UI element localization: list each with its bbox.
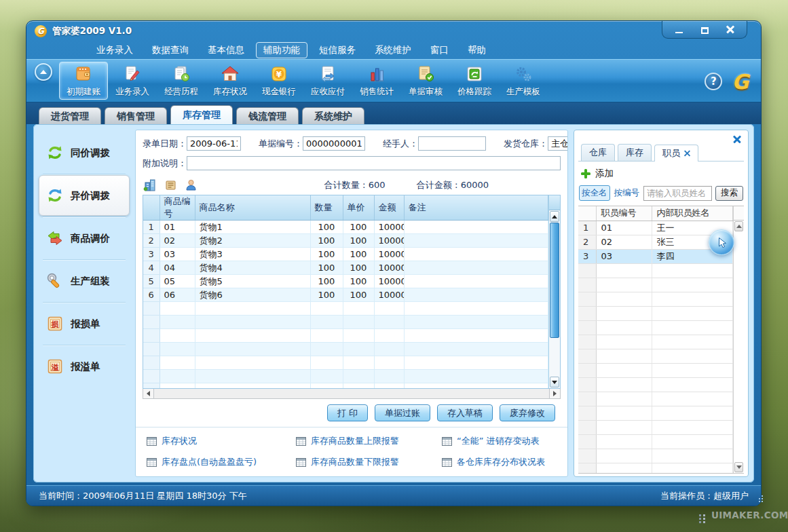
resize-grip[interactable] xyxy=(756,501,757,502)
doc-number-input[interactable] xyxy=(303,136,365,151)
table-row[interactable]: 2 02 货物2 100 100 10000 xyxy=(143,234,548,248)
employee-row-empty xyxy=(578,363,733,377)
panel-close-icon[interactable] xyxy=(733,135,741,143)
filter-by-code-button[interactable]: 按编号 xyxy=(614,186,641,200)
tab-system-maintenance[interactable]: 系统维护 xyxy=(302,107,364,124)
warehouse-input[interactable] xyxy=(548,136,568,151)
menu-item-sms-service[interactable]: 短信服务 xyxy=(312,42,363,58)
menu-item-basic-info[interactable]: 基本信息 xyxy=(200,42,252,58)
help-icon[interactable]: ? xyxy=(705,73,722,90)
link-lower-limit-alert[interactable]: 库存商品数量下限报警 xyxy=(296,456,442,468)
goods-box-icon[interactable] xyxy=(164,178,177,191)
table-row[interactable]: 1 01 货物1 100 100 10000 xyxy=(143,221,548,234)
sidebar-item-same-price-transfer[interactable]: 同价调拨 xyxy=(39,132,130,173)
toolbar-item-business-history[interactable]: 经营历程 xyxy=(157,62,206,100)
col-header-code[interactable]: 商品编号 xyxy=(160,195,195,221)
menu-item-business-entry[interactable]: 业务录入 xyxy=(89,42,140,58)
menu-item-aux-functions[interactable]: 辅助功能 xyxy=(256,42,307,58)
scrollbar-track[interactable] xyxy=(549,338,560,376)
col-header-qty[interactable]: 数量 xyxy=(310,195,343,221)
table-row[interactable]: 6 06 货物6 100 100 10000 xyxy=(143,288,548,302)
print-button[interactable]: 打 印 xyxy=(327,404,368,421)
link-all-in-one-flow-report[interactable]: “全能” 进销存变动表 xyxy=(442,435,567,447)
col-header-employee-name[interactable]: 内部职员姓名 xyxy=(652,206,733,221)
table-row[interactable]: 4 04 货物4 100 100 10000 xyxy=(143,261,548,275)
employee-search-input[interactable] xyxy=(643,186,712,201)
toolbar-item-sales-stats[interactable]: 销售统计 xyxy=(352,62,401,100)
employee-scrollbar[interactable] xyxy=(733,206,744,473)
sidebar-item-overflow-report[interactable]: 溢 报溢单 xyxy=(39,346,130,387)
sidebar-item-price-adjustment[interactable]: 商品调价 xyxy=(39,218,130,259)
scroll-down-button[interactable] xyxy=(550,377,559,387)
link-upper-limit-alert[interactable]: 库存商品数量上限报警 xyxy=(296,435,442,447)
toolbar-item-business-entry[interactable]: 业务录入 xyxy=(108,62,157,100)
col-header-name[interactable]: 商品名称 xyxy=(195,195,310,221)
employee-row-empty xyxy=(578,292,733,306)
toolbar-item-production-template[interactable]: 生产模板 xyxy=(499,62,548,100)
table-row[interactable]: 5 05 货物5 100 100 10000 xyxy=(143,275,548,288)
tab-inventory[interactable]: 库存 xyxy=(618,144,652,161)
toolbar-item-document-audit[interactable]: 单据审核 xyxy=(401,62,450,100)
scroll-up-button[interactable] xyxy=(550,211,559,222)
menu-item-window[interactable]: 窗口 xyxy=(423,42,456,58)
employee-row-empty xyxy=(578,449,733,463)
employee-row-empty xyxy=(578,306,733,320)
tab-sales-management[interactable]: 销售管理 xyxy=(105,107,167,124)
transfer-green-icon xyxy=(46,144,64,162)
table-row-empty xyxy=(143,302,548,316)
tab-inventory-management[interactable]: 库存管理 xyxy=(170,105,233,124)
employee-row-selected[interactable]: 3 03 李四 xyxy=(578,249,733,263)
note-input[interactable] xyxy=(187,156,561,170)
date-input[interactable] xyxy=(187,136,241,151)
search-button[interactable]: 搜索 xyxy=(715,186,743,201)
tab-cashflow-management[interactable]: 钱流管理 xyxy=(236,107,299,124)
link-inventory-status[interactable]: 库存状况 xyxy=(147,435,296,447)
post-document-button[interactable]: 单据过账 xyxy=(375,404,430,421)
menu-item-system-maintenance[interactable]: 系统维护 xyxy=(367,42,419,58)
handler-input[interactable] xyxy=(418,136,486,151)
save-draft-button[interactable]: 存入草稿 xyxy=(437,404,493,421)
scrollbar-thumb[interactable] xyxy=(550,223,559,338)
col-header-price[interactable]: 单价 xyxy=(343,195,374,221)
collapse-toolbar-button[interactable] xyxy=(35,63,52,81)
add-employee-button[interactable]: 添加 xyxy=(578,162,744,184)
close-button[interactable] xyxy=(724,24,737,34)
toolbar-item-cash-bank[interactable]: ¥ 现金银行 xyxy=(255,62,303,100)
tab-warehouse[interactable]: 仓库 xyxy=(581,144,615,161)
maximize-button[interactable] xyxy=(698,24,711,34)
col-header-note[interactable]: 备注 xyxy=(404,195,548,221)
scroll-down-button[interactable] xyxy=(734,462,743,472)
link-warehouse-distribution[interactable]: 各仓库库存分布状况表 xyxy=(442,456,567,468)
vertical-scrollbar[interactable] xyxy=(548,195,560,388)
discard-changes-button[interactable]: 废弃修改 xyxy=(500,404,555,421)
tab-purchase-management[interactable]: 进货管理 xyxy=(39,107,101,124)
table-row[interactable]: 3 03 货物3 100 100 10000 xyxy=(143,248,548,261)
col-header-amount[interactable]: 金额 xyxy=(374,195,404,221)
filter-by-name-button[interactable]: 按全名 xyxy=(579,185,610,201)
total-quantity: 合计数量：600 xyxy=(324,179,386,191)
toolbar-item-price-tracking[interactable]: 价格跟踪 xyxy=(450,62,499,100)
employee-row[interactable]: 1 01 王一 xyxy=(578,221,733,235)
toolbar-item-receivable-payable[interactable]: 应收应付 xyxy=(303,62,352,100)
warehouse-building-icon[interactable] xyxy=(143,178,157,192)
link-stocktaking[interactable]: 库存盘点(自动盘盈盘亏) xyxy=(147,456,296,468)
employee-person-icon[interactable] xyxy=(185,178,198,191)
lookup-panel: 仓库 库存 职员 添加 按全名 按编号 搜索 xyxy=(574,130,749,477)
sidebar-item-diff-price-transfer[interactable]: 异价调拨 xyxy=(39,175,130,216)
tab-close-icon[interactable] xyxy=(684,151,690,157)
toolbar-item-inventory-status[interactable]: 库存状况 xyxy=(206,62,255,100)
scroll-left-button[interactable] xyxy=(143,389,154,398)
sidebar-item-loss-report[interactable]: 损 报损单 xyxy=(39,303,130,344)
toolbar-item-initial-setup[interactable]: 初期建账 xyxy=(59,62,108,100)
scroll-up-button[interactable] xyxy=(734,221,743,231)
window-controls xyxy=(662,21,747,39)
col-header-employee-code[interactable]: 职员编号 xyxy=(596,206,652,221)
scrollbar-track[interactable] xyxy=(734,232,744,461)
sidebar-item-production-assembly[interactable]: 生产组装 xyxy=(39,261,130,301)
minimize-button[interactable] xyxy=(672,24,686,34)
menu-item-help[interactable]: 帮助 xyxy=(460,42,493,58)
scroll-right-button[interactable] xyxy=(549,389,560,398)
tab-employee[interactable]: 职员 xyxy=(654,145,698,162)
horizontal-scrollbar[interactable] xyxy=(143,389,561,399)
menu-item-data-query[interactable]: 数据查询 xyxy=(145,42,196,58)
